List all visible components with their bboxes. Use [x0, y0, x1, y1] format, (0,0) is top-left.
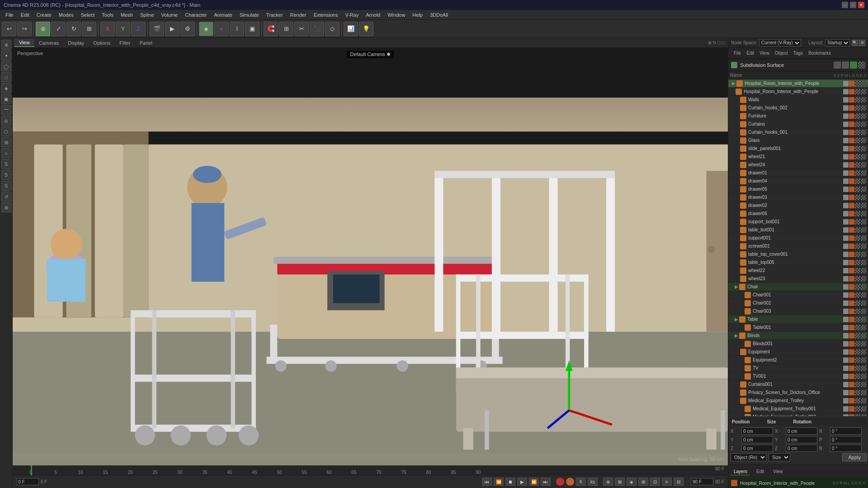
obj-item-table-top-cover001[interactable]: table_top_cover001 — [728, 250, 868, 258]
obj-item-support-bot001[interactable]: support_bot001 — [728, 218, 868, 226]
obj-item-wheel21[interactable]: wheel21 — [728, 153, 868, 161]
obj-item-drawer01[interactable]: drawer01 — [728, 169, 868, 177]
subdiv-icon-2[interactable] — [842, 61, 849, 69]
obj-item-curtains001[interactable]: Curtains001 — [728, 380, 868, 389]
transport-prev-key[interactable]: ⏮ — [482, 478, 492, 486]
viewport-3d[interactable]: Perspective Default Camera ✱ Grid Spacin… — [13, 48, 728, 465]
current-frame-input[interactable] — [16, 478, 39, 485]
apply-button[interactable]: Apply — [842, 453, 867, 461]
snap-btn[interactable]: 🧲 — [264, 22, 278, 36]
obj-item-wheel23[interactable]: wheel23 — [728, 275, 868, 283]
menu-create[interactable]: Create — [33, 11, 55, 19]
transport-extra1[interactable]: ⊕ — [603, 478, 613, 486]
grid-btn[interactable]: ⊞ — [279, 22, 293, 36]
vp-tab-display[interactable]: Display — [63, 39, 89, 47]
layout-select[interactable]: Startup — [825, 39, 850, 47]
omgr-object[interactable]: Object — [772, 50, 791, 56]
obj-item-walls[interactable]: Walls — [728, 96, 868, 104]
left-select[interactable]: ⊕ — [1, 40, 11, 50]
transport-next-key[interactable]: ⏭ — [541, 478, 551, 486]
bevel-btn[interactable]: ◇ — [325, 22, 340, 36]
y-position[interactable] — [741, 436, 773, 443]
obj-item-curtain-hooks-002[interactable]: Curtain_hooks_002 — [728, 104, 868, 112]
settings-btn[interactable]: ⚙ — [859, 40, 865, 46]
menu-3ddoall[interactable]: 3DDoAll — [426, 11, 452, 19]
left-sculpt[interactable]: ▣ — [1, 94, 11, 104]
left-brush[interactable]: ◯ — [1, 61, 11, 71]
obj-item-drawer05[interactable]: drawer05 — [728, 185, 868, 193]
minimize-button[interactable]: ─ — [842, 2, 848, 8]
menu-file[interactable]: File — [2, 11, 17, 19]
maximize-button[interactable]: □ — [850, 2, 856, 8]
menu-mograph[interactable]: Character — [181, 11, 210, 19]
menu-render[interactable]: Render — [287, 11, 310, 19]
obj-item-table001[interactable]: Table001 — [728, 324, 868, 332]
obj-item-privacy-screen-for-doctors-office[interactable]: Privacy_Screen_for_Doctors_Office — [728, 389, 868, 397]
obj-mode[interactable]: ◈ — [199, 22, 213, 36]
left-loop[interactable]: ↺ — [1, 192, 11, 202]
vp-tab-cameras[interactable]: Cameras — [34, 39, 64, 47]
left-move[interactable]: ✦ — [1, 51, 11, 61]
key-all[interactable]: K — [576, 478, 586, 486]
obj-item-table-top005[interactable]: table_top005 — [728, 258, 868, 267]
key-sel[interactable]: ks — [588, 478, 598, 486]
record-button[interactable] — [556, 478, 564, 486]
obj-item-medical-equipment-trolley[interactable]: Medical_Equipment_Trolley — [728, 397, 868, 405]
auto-record-button[interactable] — [566, 478, 574, 486]
obj-item-hospital-room-interior-with-people[interactable]: Hospital_Room_Interior_with_People — [728, 88, 868, 96]
left-extra[interactable]: ⊞ — [1, 202, 11, 212]
obj-item-chair[interactable]: ▶ Chair — [728, 283, 868, 291]
layers-view[interactable]: View — [770, 468, 786, 475]
left-s3[interactable]: S — [1, 181, 11, 191]
left-spline[interactable]: 〜 — [1, 105, 11, 115]
vp-tab-filter[interactable]: Filter — [115, 39, 135, 47]
obj-item-furniture[interactable]: Furniture — [728, 112, 868, 120]
transport-play[interactable]: ▶ — [517, 478, 527, 486]
x-size[interactable] — [786, 427, 817, 435]
left-camera[interactable]: ⬡ — [1, 127, 11, 136]
transport-extra4[interactable]: ⊞ — [638, 478, 648, 486]
obj-item-equipment[interactable]: Equipment — [728, 348, 868, 356]
transport-extra5[interactable]: ⊡ — [650, 478, 660, 486]
omgr-view[interactable]: View — [757, 50, 772, 56]
obj-item-drawer04[interactable]: drawer04 — [728, 177, 868, 185]
obj-item-drawer06[interactable]: drawer06 — [728, 210, 868, 218]
obj-item-table-bot001[interactable]: table_bot001 — [728, 226, 868, 234]
obj-item-curtain-hooks-001[interactable]: Curtain_hooks_001 — [728, 128, 868, 136]
z-size[interactable] — [786, 445, 817, 452]
transport-rewind[interactable]: ⏪ — [494, 478, 504, 486]
render-settings[interactable]: ⚙ — [180, 22, 195, 36]
transport-forward[interactable]: ⏩ — [529, 478, 539, 486]
y-size[interactable] — [786, 436, 817, 443]
vp-tab-view[interactable]: View — [14, 39, 34, 47]
poly-mode[interactable]: ▣ — [245, 22, 259, 36]
extrude-btn[interactable]: ⬛ — [310, 22, 324, 36]
left-s2[interactable]: S — [1, 170, 11, 180]
obj-item-drawer02[interactable]: drawer02 — [728, 202, 868, 210]
obj-item-blinds[interactable]: ▶ Blinds — [728, 332, 868, 340]
omgr-file[interactable]: File — [731, 50, 744, 56]
vp-tab-panel[interactable]: Panel — [135, 39, 157, 47]
menu-simulate[interactable]: Simulate — [236, 11, 263, 19]
left-deform[interactable]: ≈ — [1, 148, 11, 158]
menu-extensions[interactable]: Extensions — [310, 11, 342, 19]
obj-item-tv[interactable]: TV — [728, 364, 868, 372]
menu-help[interactable]: Help — [409, 11, 426, 19]
h-rotation[interactable] — [830, 427, 862, 435]
search-btn[interactable]: 🔍 — [852, 40, 858, 46]
subdiv-icon-green[interactable] — [850, 61, 857, 69]
left-rig[interactable]: S — [1, 159, 11, 169]
obj-item-equipment2[interactable]: Equipment2 — [728, 356, 868, 364]
y-axis[interactable]: Y — [116, 22, 130, 36]
transport-extra6[interactable]: ≡ — [662, 478, 672, 486]
size-mode-select[interactable]: Size — [769, 453, 790, 461]
menu-volume[interactable]: Volume — [158, 11, 182, 19]
left-null[interactable]: ⊞ — [1, 137, 11, 147]
knife-btn[interactable]: ✂ — [294, 22, 309, 36]
menu-tracker[interactable]: Tracker — [263, 11, 287, 19]
subdiv-icon-grid[interactable] — [858, 61, 865, 69]
obj-item-table[interactable]: ▶ Table — [728, 315, 868, 324]
menu-edit[interactable]: Edit — [17, 11, 33, 19]
layers-tab[interactable]: Layers — [731, 468, 750, 475]
p-rotation[interactable] — [830, 436, 862, 443]
